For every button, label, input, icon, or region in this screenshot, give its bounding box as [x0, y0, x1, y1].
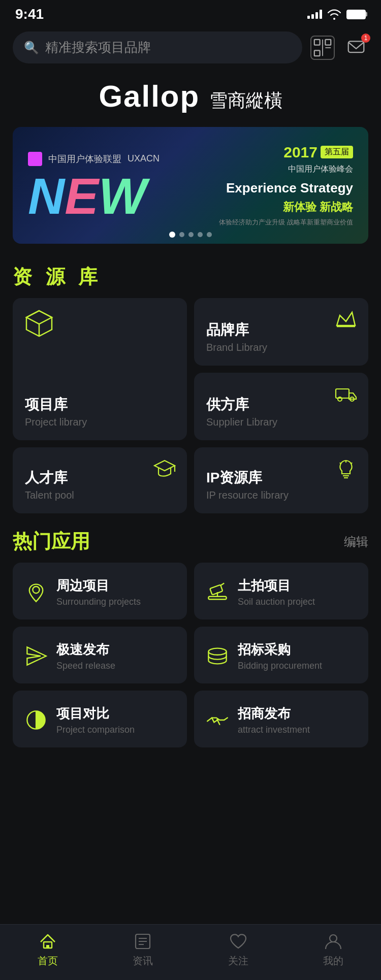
svg-point-33 — [216, 719, 218, 721]
nav-home-label: 首页 — [38, 954, 58, 968]
search-placeholder: 精准搜索项目品牌 — [45, 39, 151, 56]
svg-point-22 — [33, 586, 39, 593]
resource-card-ip-resource[interactable]: IP资源库 IP resource library — [194, 447, 368, 513]
soil-auction-info: 土拍项目 Soil auction project — [238, 577, 315, 607]
svg-rect-25 — [210, 585, 223, 595]
surrounding-name: 周边项目 — [56, 577, 141, 595]
talent-pool-subtitle: Talent pool — [25, 489, 175, 501]
graduation-icon — [153, 458, 176, 485]
resource-grid: 项目库 Project library 品牌库 Brand Library 供方… — [0, 298, 381, 518]
attract-invest-info: 招商发布 attract investment — [238, 705, 310, 735]
handshake-icon — [206, 709, 229, 731]
project-lib-title: 项目库 — [25, 395, 175, 414]
resource-section-title: 资 源 库 — [0, 254, 381, 298]
project-lib-subtitle: Project library — [25, 416, 175, 428]
app-card-bidding[interactable]: 招标采购 Bidding procurement — [194, 627, 368, 683]
banner[interactable]: 中国用户体验联盟 UXACN N E W 2017 第五届 中国用户体验峰会 E… — [13, 127, 368, 244]
dot-5 — [207, 232, 212, 237]
status-icons — [307, 9, 366, 20]
app-card-surrounding[interactable]: 周边项目 Surrounding projects — [13, 563, 187, 619]
project-compare-name: 项目对比 — [56, 705, 135, 723]
signal-icon — [307, 10, 322, 19]
resource-card-supplier-lib[interactable]: 供方库 Supplier Library — [194, 373, 368, 440]
project-compare-info: 项目对比 Project comparison — [56, 705, 135, 735]
banner-strategy-cn: 新体验 新战略 — [193, 200, 353, 215]
resource-card-project-lib[interactable]: 项目库 Project library — [13, 298, 187, 440]
app-card-speed-release[interactable]: 极速发布 Speed release — [13, 627, 187, 683]
svg-rect-2 — [314, 50, 320, 56]
svg-marker-10 — [337, 312, 355, 325]
resource-card-talent-pool[interactable]: 人才库 Talent pool — [13, 447, 187, 513]
nav-mine-label: 我的 — [323, 954, 343, 968]
nav-item-mine[interactable]: 我的 — [323, 932, 343, 968]
banner-fifth-label: 第五届 — [321, 146, 353, 158]
hot-apps-edit-button[interactable]: 编辑 — [344, 534, 368, 550]
auction-icon — [206, 581, 229, 603]
speed-release-info: 极速发布 Speed release — [56, 641, 115, 671]
svg-marker-15 — [154, 461, 175, 471]
status-time: 9:41 — [15, 6, 44, 22]
app-card-project-compare[interactable]: 项目对比 Project comparison — [13, 691, 187, 747]
nav-item-follow[interactable]: 关注 — [228, 932, 248, 968]
surrounding-info: 周边项目 Surrounding projects — [56, 577, 141, 607]
banner-dots — [169, 232, 212, 238]
app-card-soil-auction[interactable]: 土拍项目 Soil auction project — [194, 563, 368, 619]
svg-rect-6 — [28, 152, 42, 166]
status-bar: 9:41 — [0, 0, 381, 26]
banner-summit-text: 中国用户体验峰会 — [193, 164, 353, 175]
banner-logo-text: 中国用户体验联盟 — [48, 153, 121, 165]
nav-item-home[interactable]: 首页 — [38, 932, 58, 968]
svg-rect-5 — [348, 41, 364, 52]
location-icon — [25, 581, 47, 603]
profile-icon — [324, 932, 343, 951]
search-input-wrap[interactable]: 🔍 精准搜索项目品牌 — [13, 31, 302, 63]
dot-1 — [169, 232, 175, 238]
hot-apps-header: 热门应用 编辑 — [0, 518, 381, 563]
ip-resource-subtitle: IP resource library — [206, 489, 356, 501]
contrast-icon — [25, 709, 47, 731]
svg-rect-0 — [314, 39, 320, 45]
bidding-desc: Bidding procurement — [238, 661, 322, 671]
battery-icon — [346, 10, 366, 19]
speed-release-desc: Speed release — [56, 661, 115, 671]
dot-2 — [179, 232, 184, 237]
banner-strategy-en: Experience Strategy — [193, 180, 353, 197]
scan-button[interactable] — [310, 36, 335, 60]
banner-right: 2017 第五届 中国用户体验峰会 Experience Strategy 新体… — [188, 144, 353, 227]
supplier-lib-subtitle: Supplier Library — [206, 416, 356, 428]
app-card-attract-invest[interactable]: 招商发布 attract investment — [194, 691, 368, 747]
svg-rect-35 — [46, 945, 49, 948]
banner-year: 2017 — [283, 144, 318, 161]
soil-auction-desc: Soil auction project — [238, 597, 315, 607]
layers-icon — [206, 645, 229, 667]
brand-lib-title: 品牌库 — [206, 320, 356, 340]
svg-rect-23 — [208, 597, 226, 600]
message-button[interactable]: 1 — [344, 36, 368, 60]
brand-name: Gallop — [99, 79, 200, 113]
svg-rect-12 — [336, 389, 349, 398]
banner-left: 中国用户体验联盟 UXACN N E W — [28, 152, 188, 219]
bidding-info: 招标采购 Bidding procurement — [238, 641, 322, 671]
supplier-lib-title: 供方库 — [206, 395, 356, 414]
box-icon — [24, 308, 54, 341]
nav-news-label: 资讯 — [133, 954, 153, 968]
hot-apps-title: 热门应用 — [13, 529, 90, 554]
nav-item-news[interactable]: 资讯 — [133, 932, 153, 968]
send-icon — [25, 645, 47, 667]
banner-desc: 体验经济助力产业升级 战略革新重塑商业价值 — [193, 218, 353, 227]
svg-marker-8 — [26, 311, 52, 324]
svg-point-28 — [208, 648, 226, 655]
svg-rect-1 — [325, 39, 331, 45]
search-bar: 🔍 精准搜索项目品牌 1 — [0, 26, 381, 69]
brand-lib-subtitle: Brand Library — [206, 342, 356, 353]
banner-letter-e: E — [65, 173, 99, 219]
dot-3 — [188, 232, 194, 237]
attract-invest-desc: attract investment — [238, 725, 310, 735]
wifi-icon — [327, 9, 341, 20]
project-compare-desc: Project comparison — [56, 725, 135, 735]
resource-card-brand-lib[interactable]: 品牌库 Brand Library — [194, 298, 368, 366]
speed-release-name: 极速发布 — [56, 641, 115, 659]
talent-pool-title: 人才库 — [25, 468, 175, 487]
scan-icon — [313, 39, 332, 57]
lightbulb-icon — [335, 458, 357, 485]
